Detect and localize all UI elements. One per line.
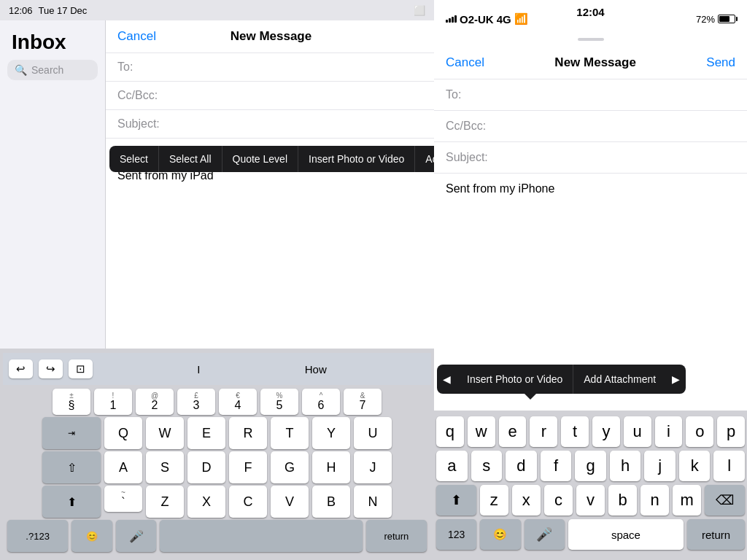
iphone-key-j[interactable]: j — [644, 451, 676, 481]
ipad-date: Tue 17 Dec — [39, 5, 88, 16]
iphone-key-shift[interactable]: ⬆ — [436, 485, 476, 516]
ipad-cancel-button[interactable]: Cancel — [117, 29, 156, 44]
context-left-arrow[interactable]: ◀ — [437, 365, 457, 394]
key-plusminus[interactable]: ±§ — [53, 389, 90, 415]
iphone-key-x[interactable]: x — [512, 485, 541, 516]
key-percent[interactable]: %5 — [260, 389, 298, 415]
iphone-key-k[interactable]: k — [679, 451, 711, 481]
key-d[interactable]: D — [187, 451, 225, 483]
iphone-key-n[interactable]: n — [640, 485, 669, 516]
iphone-key-emoji[interactable]: 😊 — [480, 519, 520, 550]
key-c[interactable]: C — [229, 486, 267, 518]
iphone-key-z[interactable]: z — [480, 485, 508, 516]
key-t[interactable]: T — [271, 417, 309, 449]
suggestion-how[interactable]: How — [305, 363, 327, 376]
iphone-key-p[interactable]: p — [717, 416, 745, 447]
iphone-cancel-button[interactable]: Cancel — [446, 55, 484, 70]
iphone-key-mic[interactable]: 🎤 — [525, 519, 565, 550]
iphone-to-field[interactable]: To: — [434, 79, 747, 111]
key-tilde[interactable]: ~` — [104, 486, 142, 512]
key-w[interactable]: W — [146, 417, 184, 449]
context-quote-level[interactable]: Quote Level — [222, 146, 299, 172]
iphone-key-numbers[interactable]: 123 — [436, 519, 476, 550]
iphone-key-f[interactable]: f — [541, 451, 572, 481]
context-add-attachment[interactable]: Add Attachment — [415, 146, 434, 172]
key-mic[interactable]: 🎤 — [116, 520, 157, 552]
redo-button[interactable]: ↪ — [39, 359, 63, 378]
iphone-status-bar: O2-UK 4G 📶 12:04 72% — [434, 0, 747, 32]
context-right-arrow[interactable]: ▶ — [666, 365, 686, 394]
iphone-key-a[interactable]: a — [436, 451, 468, 481]
key-z[interactable]: Z — [146, 486, 184, 518]
iphone-key-space[interactable]: space — [568, 519, 684, 550]
key-h[interactable]: H — [312, 451, 350, 483]
key-caret[interactable]: ^6 — [302, 389, 340, 415]
iphone-key-l[interactable]: l — [713, 451, 745, 481]
paste-button[interactable]: ⊡ — [69, 359, 93, 378]
key-g[interactable]: G — [271, 451, 309, 483]
iphone-key-y[interactable]: y — [592, 416, 620, 447]
iphone-key-return[interactable]: return — [687, 519, 745, 550]
key-euro[interactable]: €4 — [219, 389, 257, 415]
key-emoji[interactable]: 😊 — [71, 520, 112, 552]
key-space[interactable] — [160, 520, 363, 552]
iphone-context-insert-photo[interactable]: Insert Photo or Video — [457, 365, 573, 394]
iphone-subject-field[interactable]: Subject: — [434, 142, 747, 174]
iphone-body-text: Sent from my iPhone — [446, 182, 735, 195]
iphone-key-t[interactable]: t — [561, 416, 589, 447]
ipad-cc-field[interactable]: Cc/Bcc: — [106, 82, 434, 110]
iphone-key-i[interactable]: i — [655, 416, 683, 447]
iphone-key-q[interactable]: q — [436, 416, 464, 447]
key-exclaim[interactable]: !1 — [94, 389, 132, 415]
ipad-to-field[interactable]: To: — [106, 53, 434, 82]
iphone-cc-field[interactable]: Cc/Bcc: — [434, 111, 747, 142]
key-q[interactable]: Q — [104, 417, 142, 449]
key-y[interactable]: Y — [312, 417, 350, 449]
search-bar[interactable]: 🔍 Search — [7, 60, 98, 80]
context-select-all[interactable]: Select All — [159, 146, 222, 172]
iphone-key-u[interactable]: u — [624, 416, 651, 447]
key-pound[interactable]: £3 — [177, 389, 215, 415]
iphone-key-o[interactable]: o — [686, 416, 713, 447]
iphone-key-h[interactable]: h — [610, 451, 641, 481]
ipad-subject-field[interactable]: Subject: — [106, 110, 434, 139]
key-f[interactable]: F — [229, 451, 267, 483]
iphone-compose-body[interactable]: Sent from my iPhone ◀ Insert Photo or Vi… — [434, 174, 747, 411]
iphone-key-e[interactable]: e — [499, 416, 527, 447]
key-n[interactable]: N — [354, 486, 392, 518]
key-u[interactable]: U — [354, 417, 392, 449]
key-x[interactable]: X — [187, 486, 225, 518]
iphone-key-g[interactable]: g — [575, 451, 606, 481]
iphone-send-button[interactable]: Send — [706, 55, 735, 70]
iphone-key-delete[interactable]: ⌫ — [705, 485, 745, 516]
iphone-context-add-attachment[interactable]: Add Attachment — [573, 365, 666, 394]
iphone-key-r[interactable]: r — [530, 416, 557, 447]
suggestion-i[interactable]: I — [197, 363, 200, 376]
key-j[interactable]: J — [354, 451, 392, 483]
iphone-key-c[interactable]: c — [544, 485, 573, 516]
key-caps[interactable]: ⇧ — [42, 451, 101, 483]
iphone-key-m[interactable]: m — [673, 485, 701, 516]
context-select[interactable]: Select — [109, 146, 159, 172]
iphone-key-d[interactable]: d — [506, 451, 537, 481]
iphone-key-v[interactable]: v — [576, 485, 605, 516]
undo-button[interactable]: ↩ — [9, 359, 33, 378]
iphone-key-s[interactable]: s — [471, 451, 503, 481]
key-r[interactable]: R — [229, 417, 267, 449]
iphone-context-tip — [525, 394, 536, 400]
key-shift[interactable]: ⬆ — [42, 486, 101, 518]
ipad-keyboard-toolbar: ↩ ↪ ⊡ I How — [3, 353, 431, 385]
key-return[interactable]: return — [366, 520, 427, 552]
key-at[interactable]: @2 — [136, 389, 174, 415]
key-ampersand[interactable]: &7 — [344, 389, 382, 415]
key-e[interactable]: E — [187, 417, 225, 449]
key-a[interactable]: A — [104, 451, 142, 483]
key-b[interactable]: B — [312, 486, 350, 518]
iphone-key-b[interactable]: b — [608, 485, 637, 516]
key-tab[interactable]: ⇥ — [42, 417, 101, 449]
key-v[interactable]: V — [271, 486, 309, 518]
iphone-key-w[interactable]: w — [468, 416, 495, 447]
context-insert-photo[interactable]: Insert Photo or Video — [298, 146, 415, 172]
key-numbers[interactable]: .?123 — [7, 520, 68, 552]
key-s[interactable]: S — [146, 451, 184, 483]
